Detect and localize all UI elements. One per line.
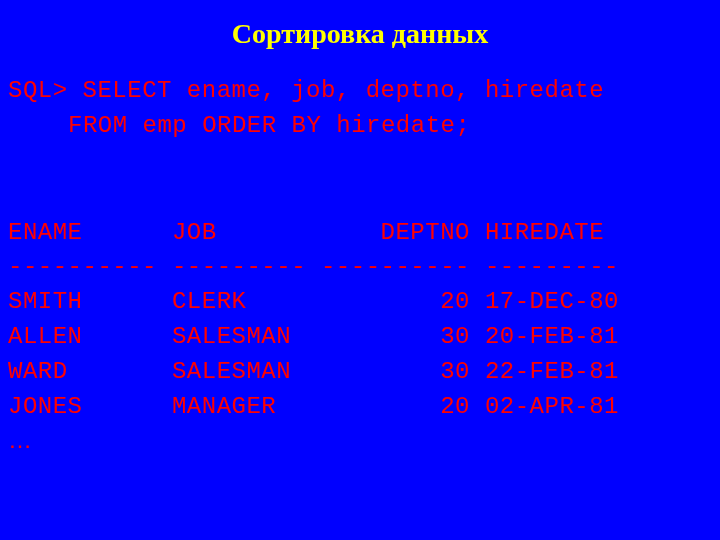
result-block: ENAME JOB DEPTNO HIREDATE---------- ----… <box>8 216 712 425</box>
sql-query-block: SQL> SELECT ename, job, deptno, hiredate… <box>8 74 712 144</box>
sql-line-2: FROM emp ORDER BY hiredate; <box>8 109 712 144</box>
sql-indent: FROM emp ORDER BY hiredate; <box>8 109 470 144</box>
result-header: ENAME JOB DEPTNO HIREDATE <box>8 216 712 251</box>
result-divider: ---------- --------- ---------- --------… <box>8 250 712 285</box>
slide-container: Сортировка данных SQL> SELECT ename, job… <box>0 0 720 462</box>
sql-line-1: SQL> SELECT ename, job, deptno, hiredate <box>8 74 712 109</box>
sql-from: FROM emp <box>68 112 187 139</box>
slide-title: Сортировка данных <box>8 18 712 50</box>
result-row: JONES MANAGER 20 02-APR-81 <box>8 390 712 425</box>
sql-rest: hiredate; <box>336 112 470 139</box>
sql-orderby: ORDER BY <box>202 112 321 139</box>
result-ellipsis: … <box>8 426 712 454</box>
sql-prompt: SQL> <box>8 77 68 104</box>
sql-select: SELECT ename, job, deptno, hiredate <box>83 77 605 104</box>
result-row: SMITH CLERK 20 17-DEC-80 <box>8 285 712 320</box>
result-row: WARD SALESMAN 30 22-FEB-81 <box>8 355 712 390</box>
result-row: ALLEN SALESMAN 30 20-FEB-81 <box>8 320 712 355</box>
